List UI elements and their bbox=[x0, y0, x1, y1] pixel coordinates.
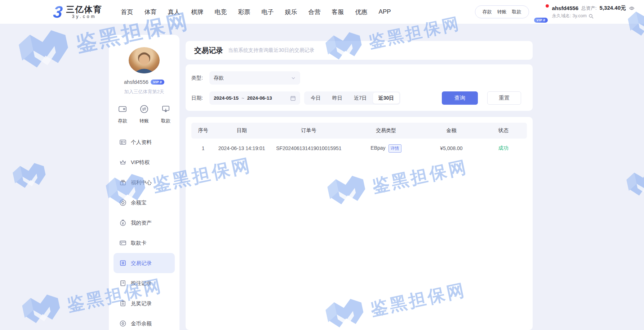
date-range-picker[interactable]: 2024-05-15 ~ 2024-06-13 bbox=[209, 91, 300, 105]
date-end-value: 2024-06-13 bbox=[247, 95, 272, 101]
page-subtitle: 当前系统支持查询最近30日的交易记录 bbox=[228, 47, 315, 54]
username: ahsfd4556 bbox=[552, 5, 578, 11]
topbar-deposit-button[interactable]: 存款 bbox=[483, 9, 492, 15]
search-icon[interactable] bbox=[589, 14, 594, 19]
withdraw-money-icon bbox=[161, 104, 170, 115]
calendar-icon bbox=[290, 95, 296, 101]
avatar-silhouette-icon bbox=[129, 47, 160, 73]
wallet-actions-pill: 存款 转账 取款 bbox=[475, 5, 529, 18]
gift-icon bbox=[119, 179, 126, 186]
nav-lottery[interactable]: 彩票 bbox=[238, 8, 250, 16]
quick-range-group: 今日 昨日 近7日 近30日 bbox=[304, 91, 400, 105]
table-row: 1 2024-06-13 14:19:01 SF2024061314190100… bbox=[191, 139, 527, 158]
transactions-table-card: 序号 日期 订单号 交易类型 金额 状态 1 2024-06-13 14:19:… bbox=[186, 117, 533, 330]
nav-live[interactable]: 真人 bbox=[168, 8, 180, 16]
crown-icon bbox=[119, 159, 126, 166]
quick-action-deposit[interactable]: 存款 bbox=[118, 104, 127, 124]
quick-action-transfer[interactable]: 转账 bbox=[139, 104, 149, 124]
chevron-down-icon bbox=[291, 76, 296, 81]
row-amount: ¥5,008.00 bbox=[423, 145, 480, 151]
type-select-value: 存款 bbox=[214, 75, 291, 81]
table-header-row: 序号 日期 订单号 交易类型 金额 状态 bbox=[191, 123, 527, 139]
detail-tag-button[interactable]: 详情 bbox=[388, 144, 401, 153]
notebook-icon bbox=[119, 280, 126, 287]
col-index: 序号 bbox=[191, 127, 215, 134]
col-type: 交易类型 bbox=[349, 127, 423, 134]
col-order-no: 订单号 bbox=[268, 127, 349, 134]
sidebar-item-bets[interactable]: 投注记录 bbox=[114, 273, 175, 293]
quick-action-withdraw[interactable]: 取款 bbox=[161, 104, 170, 124]
sidebar-item-withdraw-card[interactable]: 取款卡 bbox=[114, 233, 175, 253]
reset-button[interactable]: 重置 bbox=[487, 91, 521, 105]
sidebar-item-redeem[interactable]: 兑奖记录 bbox=[114, 293, 175, 313]
topbar-transfer-button[interactable]: 转账 bbox=[497, 9, 507, 15]
sidebar-item-profile[interactable]: 个人资料 bbox=[114, 132, 175, 152]
row-date: 2024-06-13 14:19:01 bbox=[215, 145, 268, 151]
topbar: 3 三亿体育 3y.com 首页 体育 真人 棋牌 电竞 彩票 电子 娱乐 合营… bbox=[0, 0, 644, 24]
brand-name: 三亿体育 bbox=[66, 5, 102, 14]
range-today[interactable]: 今日 bbox=[305, 92, 326, 104]
date-start-value: 2024-05-15 bbox=[214, 95, 239, 101]
sidebar-item-coins[interactable]: 金币余额 bbox=[114, 313, 175, 330]
sidebar-item-vip[interactable]: VIP特权 bbox=[114, 152, 175, 172]
type-select[interactable]: 存款 bbox=[209, 71, 300, 85]
main-content: 交易记录 当前系统支持查询最近30日的交易记录 类型: 存款 日期: 2024-… bbox=[186, 41, 533, 330]
permanent-domain: 永久域名: 3y.com bbox=[552, 13, 587, 19]
join-days-text: 加入三亿体育第2天 bbox=[124, 89, 164, 95]
range-7days[interactable]: 近7日 bbox=[348, 92, 372, 104]
page-title: 交易记录 bbox=[194, 46, 223, 55]
sidebar-item-assets[interactable]: 我的资产 bbox=[114, 213, 175, 233]
bank-card-icon bbox=[119, 239, 126, 247]
sidebar-item-yuebao[interactable]: 余额宝 bbox=[114, 193, 175, 213]
watermark bbox=[623, 166, 644, 203]
nav-service[interactable]: 客服 bbox=[332, 8, 344, 16]
range-30days[interactable]: 近30日 bbox=[373, 92, 400, 104]
brand-logo[interactable]: 3 三亿体育 3y.com bbox=[53, 4, 102, 20]
sidebar-quick-actions: 存款 转账 取款 bbox=[118, 104, 170, 124]
nav-partner[interactable]: 合营 bbox=[308, 8, 321, 16]
id-card-icon bbox=[119, 139, 126, 146]
nav-sports[interactable]: 体育 bbox=[145, 8, 157, 16]
nav-entertainment[interactable]: 娱乐 bbox=[285, 8, 297, 16]
nav-promo[interactable]: 优惠 bbox=[355, 8, 368, 16]
nav-esports[interactable]: 电竞 bbox=[215, 8, 227, 16]
assets-value: 5,324.40元 bbox=[600, 5, 626, 12]
brand-mark-icon: 3 bbox=[53, 4, 63, 20]
col-amount: 金额 bbox=[423, 127, 480, 134]
user-cluster[interactable]: VIP 0 ahsfd4556 总资产: 5,324.40元 永久域名: 3y.… bbox=[535, 5, 635, 19]
search-button[interactable]: 查询 bbox=[442, 91, 478, 105]
watermark bbox=[9, 152, 53, 202]
row-type: EBpay详情 bbox=[349, 144, 423, 153]
nav-home[interactable]: 首页 bbox=[121, 8, 133, 16]
row-type-value: EBpay bbox=[370, 145, 385, 151]
sidebar-item-welfare[interactable]: 福利中心 bbox=[114, 172, 175, 193]
range-yesterday[interactable]: 昨日 bbox=[327, 92, 348, 104]
sidebar-username: ahsfd4556 bbox=[124, 79, 148, 85]
nav-app[interactable]: APP bbox=[379, 8, 391, 15]
row-status: 成功 bbox=[480, 145, 527, 152]
clipboard-icon bbox=[119, 300, 126, 307]
row-order-no: SF202406131419010015951 bbox=[268, 145, 349, 151]
topbar-withdraw-button[interactable]: 取款 bbox=[512, 9, 521, 15]
brand-domain: 3y.com bbox=[72, 14, 97, 19]
col-status: 状态 bbox=[480, 127, 527, 134]
col-date: 日期 bbox=[215, 127, 268, 134]
date-label: 日期: bbox=[191, 95, 209, 101]
watermark-logo-icon bbox=[623, 166, 644, 203]
sidebar: ahsfd4556 VIP 0 加入三亿体育第2天 存款 转账 bbox=[109, 35, 179, 330]
coin-circle-icon bbox=[119, 199, 126, 206]
nav-chess[interactable]: 棋牌 bbox=[191, 8, 204, 16]
eye-icon[interactable] bbox=[629, 5, 635, 11]
page-header-card: 交易记录 当前系统支持查询最近30日的交易记录 bbox=[186, 41, 533, 60]
notification-dot bbox=[546, 4, 549, 8]
sidebar-menu: 个人资料 VIP特权 福利中心 余额宝 bbox=[109, 132, 179, 330]
transaction-list-icon bbox=[119, 259, 126, 267]
profile-avatar[interactable] bbox=[129, 47, 160, 73]
deposit-wallet-icon bbox=[118, 104, 127, 115]
assets-label: 总资产: bbox=[581, 5, 597, 12]
sidebar-item-transactions[interactable]: 交易记录 bbox=[114, 253, 175, 273]
nav-slots[interactable]: 电子 bbox=[262, 8, 274, 16]
filter-card: 类型: 存款 日期: 2024-05-15 ~ 2024-06-13 bbox=[186, 64, 533, 111]
assets-purse-icon bbox=[119, 219, 126, 226]
watermark-logo-icon bbox=[19, 290, 67, 330]
